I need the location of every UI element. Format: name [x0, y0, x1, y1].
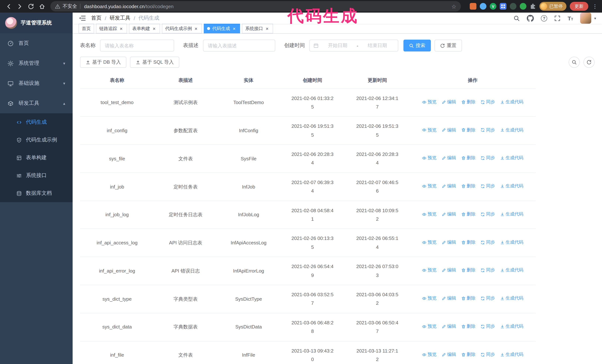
sync-link[interactable]: 同步 — [481, 126, 495, 134]
tab-close-icon[interactable]: × — [118, 26, 124, 31]
delete-link[interactable]: 删除 — [461, 295, 475, 302]
preview-link[interactable]: 预览 — [422, 322, 437, 331]
delete-link[interactable]: 删除 — [461, 266, 475, 274]
sidebar-item-db-doc[interactable]: 数据库文档 — [0, 184, 73, 202]
sidebar-item-home[interactable]: 首页 — [0, 33, 73, 53]
edit-link[interactable]: 编辑 — [441, 266, 456, 274]
breadcrumb-devtools[interactable]: 研发工具 — [110, 15, 130, 21]
edit-link[interactable]: 编辑 — [441, 238, 456, 246]
header-search-icon[interactable] — [514, 15, 520, 21]
delete-link[interactable]: 删除 — [461, 154, 475, 162]
tab-close-icon[interactable]: × — [265, 26, 270, 31]
generate-code-link[interactable]: 生成代码 — [500, 322, 524, 331]
preview-link[interactable]: 预览 — [422, 351, 437, 359]
tab-close-icon[interactable]: × — [232, 26, 237, 31]
sidebar-item-codegen[interactable]: 代码生成 — [0, 113, 73, 131]
import-sql-button[interactable]: 基于 SQL 导入 — [130, 57, 180, 68]
sidebar-item-api[interactable]: 系统接口 — [0, 167, 73, 184]
sync-link[interactable]: 同步 — [481, 154, 495, 162]
generate-code-link[interactable]: 生成代码 — [500, 154, 524, 162]
preview-link[interactable]: 预览 — [422, 210, 437, 218]
github-icon[interactable] — [527, 15, 534, 22]
generate-code-link[interactable]: 生成代码 — [500, 182, 524, 190]
search-button[interactable]: 搜索 — [403, 40, 431, 52]
extensions-puzzle-icon[interactable] — [530, 3, 536, 10]
date-range-input[interactable]: 开始日期 - 结束日期 — [309, 40, 398, 52]
preview-link[interactable]: 预览 — [422, 182, 437, 190]
breadcrumb-home[interactable]: 首页 — [91, 15, 101, 21]
refresh-list-button[interactable] — [583, 57, 595, 68]
edit-link[interactable]: 编辑 — [441, 154, 456, 162]
home-icon[interactable] — [37, 1, 47, 11]
edit-link[interactable]: 编辑 — [441, 210, 456, 218]
generate-code-link[interactable]: 生成代码 — [500, 295, 524, 302]
font-size-icon[interactable]: TT — [568, 15, 573, 21]
table-desc-input[interactable] — [203, 40, 275, 52]
tab-close-icon[interactable]: × — [151, 26, 157, 31]
user-avatar[interactable] — [580, 13, 591, 24]
preview-link[interactable]: 预览 — [422, 238, 437, 246]
extension-icon[interactable]: V — [490, 3, 496, 10]
generate-code-link[interactable]: 生成代码 — [500, 238, 524, 246]
reset-button[interactable]: 重置 — [435, 40, 462, 52]
delete-link[interactable]: 删除 — [461, 210, 475, 218]
preview-link[interactable]: 预览 — [422, 154, 437, 162]
bookmark-star-icon[interactable]: ☆ — [452, 3, 456, 9]
extension-icon[interactable] — [480, 3, 486, 10]
table-name-input[interactable] — [100, 40, 174, 52]
fullscreen-icon[interactable] — [554, 15, 561, 21]
sync-link[interactable]: 同步 — [481, 238, 495, 246]
forward-icon[interactable] — [15, 1, 24, 11]
edit-link[interactable]: 编辑 — [441, 182, 456, 190]
sidebar-item-infra[interactable]: 基础设施 ▾ — [0, 73, 73, 93]
preview-link[interactable]: 预览 — [422, 295, 437, 302]
delete-link[interactable]: 删除 — [461, 126, 475, 134]
extension-icon[interactable] — [500, 3, 506, 10]
tab-codegen[interactable]: 代码生成 × — [204, 24, 240, 33]
edit-link[interactable]: 编辑 — [441, 295, 456, 302]
edit-link[interactable]: 编辑 — [441, 322, 456, 331]
delete-link[interactable]: 删除 — [461, 238, 475, 246]
tab-tracing[interactable]: 链路追踪 × — [96, 24, 127, 33]
sync-link[interactable]: 同步 — [481, 322, 495, 331]
update-button[interactable]: 更新 — [570, 2, 588, 11]
delete-link[interactable]: 删除 — [461, 182, 475, 190]
extension-icon[interactable] — [510, 3, 516, 10]
tab-api[interactable]: 系统接口 × — [242, 24, 273, 33]
hamburger-icon[interactable] — [78, 14, 86, 22]
sync-link[interactable]: 同步 — [481, 266, 495, 274]
sidebar-item-devtools[interactable]: 研发工具 ▴ — [0, 93, 73, 113]
preview-link[interactable]: 预览 — [422, 126, 437, 134]
reload-icon[interactable] — [26, 1, 36, 11]
generate-code-link[interactable]: 生成代码 — [500, 126, 524, 134]
sync-link[interactable]: 同步 — [481, 295, 495, 302]
sidebar-item-system[interactable]: 系统管理 ▾ — [0, 53, 73, 73]
tab-close-icon[interactable]: × — [194, 26, 199, 31]
extension-icon[interactable] — [520, 3, 527, 10]
generate-code-link[interactable]: 生成代码 — [500, 266, 524, 274]
toggle-search-button[interactable] — [569, 57, 580, 68]
sync-link[interactable]: 同步 — [481, 351, 495, 359]
sync-link[interactable]: 同步 — [481, 210, 495, 218]
delete-link[interactable]: 删除 — [461, 322, 475, 331]
help-icon[interactable]: ? — [541, 15, 547, 21]
edit-link[interactable]: 编辑 — [441, 98, 456, 106]
sync-link[interactable]: 同步 — [481, 182, 495, 190]
generate-code-link[interactable]: 生成代码 — [500, 351, 524, 359]
tab-home[interactable]: 首页 — [78, 24, 94, 33]
user-menu-caret-icon[interactable]: ▾ — [594, 16, 596, 20]
edit-link[interactable]: 编辑 — [441, 351, 456, 359]
edit-link[interactable]: 编辑 — [441, 126, 456, 134]
generate-code-link[interactable]: 生成代码 — [500, 98, 524, 106]
sidebar-item-form-builder[interactable]: 表单构建 — [0, 149, 73, 167]
delete-link[interactable]: 删除 — [461, 351, 475, 359]
browser-menu-icon[interactable]: ⋮ — [592, 3, 598, 9]
preview-link[interactable]: 预览 — [422, 98, 437, 106]
sidebar-item-codegen-example[interactable]: 代码生成示例 — [0, 131, 73, 149]
tab-form-builder[interactable]: 表单构建 × — [129, 24, 160, 33]
back-icon[interactable] — [4, 1, 13, 11]
sync-link[interactable]: 同步 — [481, 98, 495, 106]
address-bar[interactable]: 不安全 dashboard.yudao.iocoder.cn/tool/code… — [50, 1, 461, 11]
tab-codegen-example[interactable]: 代码生成示例 × — [162, 24, 202, 33]
preview-link[interactable]: 预览 — [422, 266, 437, 274]
